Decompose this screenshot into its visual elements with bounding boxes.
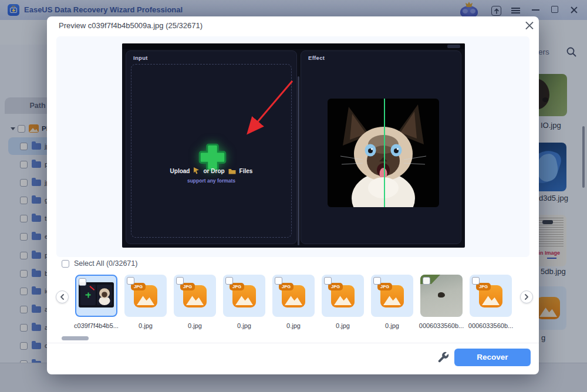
thumbnail-label: 0006033560b... (464, 322, 518, 329)
mini-preview (79, 282, 114, 307)
thumb-checkbox[interactable] (127, 277, 134, 285)
preview-dialog: Preview c039f7f4b4b5009a.jpg (25/32671) … (47, 16, 539, 374)
select-all-checkbox[interactable] (62, 260, 69, 268)
jpg-file-icon: JPG (134, 285, 157, 307)
thumbnail-label: 0.jpg (168, 322, 222, 329)
folder-drop-icon (228, 168, 236, 174)
preview-area: Input Upload or Drop Files suppo (56, 36, 529, 257)
cursor-icon (193, 167, 200, 174)
thumbnail-item[interactable]: JPG 0.jpg (174, 275, 216, 329)
recover-button-modal[interactable]: Recover (454, 349, 531, 366)
thumbnail-label: 0.jpg (266, 322, 321, 329)
dialog-title: Preview c039f7f4b4b5009a.jpg (25/32671) (59, 21, 203, 30)
page-scrollbar (298, 76, 299, 245)
footer-divider (47, 343, 539, 343)
thumbnail-item[interactable]: JPG 0.jpg (223, 275, 265, 329)
thumbnail-item[interactable]: JPG 0.jpg (322, 275, 364, 329)
thumbnail-item[interactable]: 0006033560b... (420, 275, 463, 329)
thumb-checkbox[interactable] (472, 277, 480, 285)
screenshot-window-bar (122, 43, 465, 49)
thumbnail-item[interactable]: c039f7f4b4b5... (75, 275, 117, 329)
thumbnail-item[interactable]: JPG 0.jpg (371, 275, 413, 329)
thumbnail-label: c039f7f4b4b5... (69, 322, 123, 329)
effect-panel: Effect (301, 50, 461, 244)
comparison-slider-line[interactable] (384, 99, 385, 207)
thumb-checkbox[interactable] (324, 277, 332, 285)
thumb-checkbox[interactable] (373, 277, 381, 285)
jpg-file-icon: JPG (380, 285, 404, 307)
thumbnail-label: 0006033560b... (414, 322, 468, 329)
thumbnail-item[interactable]: JPG 0006033560b... (470, 275, 512, 329)
thumbnail-item[interactable]: JPG 0.jpg (124, 275, 167, 329)
thumb-checkbox[interactable] (79, 278, 86, 286)
app-window: EaseUS Data Recovery Wizard Professional… (0, 0, 587, 392)
thumbnail-next-button[interactable] (520, 290, 533, 303)
jpg-file-icon: JPG (331, 285, 355, 307)
close-dialog-icon[interactable] (525, 21, 534, 30)
previewed-image: Input Upload or Drop Files suppo (122, 43, 465, 248)
thumbnail-prev-button[interactable] (56, 290, 69, 303)
upload-instructions: Upload or Drop Files (126, 167, 296, 174)
thumbnail-label: 0.jpg (365, 322, 419, 329)
select-all-label: Select All (0/32671) (74, 259, 137, 268)
thumb-checkbox[interactable] (423, 277, 430, 285)
thumbnail-label: 0.jpg (316, 322, 370, 329)
thumbnail-label: 0.jpg (119, 322, 173, 329)
input-panel: Input Upload or Drop Files suppo (126, 50, 297, 244)
thumb-checkbox[interactable] (275, 277, 282, 285)
jpg-file-icon: JPG (282, 285, 305, 307)
jpg-file-icon: JPG (183, 285, 207, 307)
thumb-checkbox[interactable] (225, 277, 233, 285)
thumbnail-label: 0.jpg (217, 322, 271, 329)
select-all-row: Select All (0/32671) (62, 259, 137, 268)
thumb-checkbox[interactable] (176, 277, 184, 285)
repair-wrench-icon[interactable] (437, 351, 450, 364)
thumbnail-selected[interactable] (75, 275, 117, 317)
cat-photo (328, 99, 439, 207)
jpg-file-icon: JPG (232, 285, 256, 307)
support-formats-text: support any formats (126, 178, 296, 184)
horizontal-scrollbar[interactable] (62, 336, 89, 340)
thumbnail-item[interactable]: JPG 0.jpg (272, 275, 315, 329)
jpg-file-icon: JPG (479, 285, 502, 307)
